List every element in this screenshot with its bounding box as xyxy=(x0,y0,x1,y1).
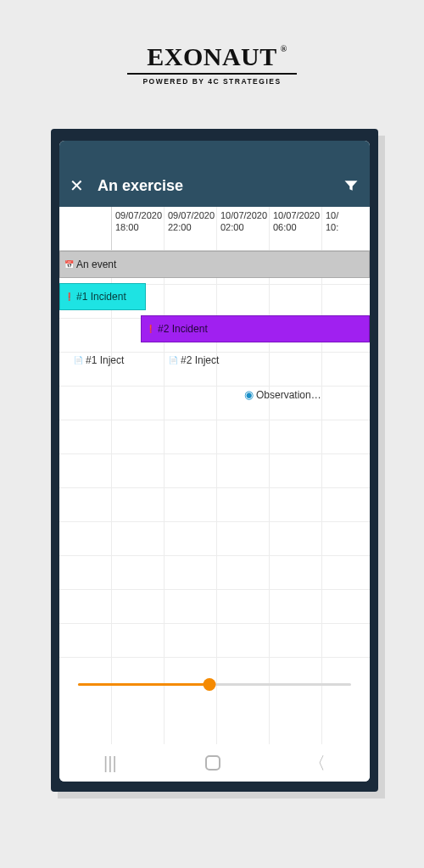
observation-label: Observation… xyxy=(256,389,321,401)
page-title: An exercise xyxy=(98,177,329,195)
event-label: An event xyxy=(76,259,116,270)
incident-label: #1 Incident xyxy=(76,291,126,303)
alert-icon: ❗ xyxy=(145,324,155,334)
calendar-icon: 📅 xyxy=(64,259,74,270)
eye-icon: ◉ xyxy=(244,388,254,401)
timeline-bar-event[interactable]: 📅 An event xyxy=(59,251,370,278)
inject-label: #1 Inject xyxy=(86,354,124,366)
recents-button[interactable]: ||| xyxy=(103,754,117,773)
timeline-header: 09/07/202018:00 09/07/202022:00 10/07/20… xyxy=(59,207,370,251)
time-col: 10/07/202002:00 xyxy=(217,207,270,250)
timeline-item-observation[interactable]: ◉ Observation… xyxy=(244,388,321,401)
screen: ✕ An exercise 09/07/202018:00 09/07/2020… xyxy=(59,141,370,782)
doc-icon: 📄 xyxy=(73,355,83,365)
brand-rule xyxy=(127,73,297,75)
filter-icon[interactable] xyxy=(343,177,360,194)
timeline-grid[interactable]: 📅 An event ❗ #1 Incident ❗ #2 Incident 📄… xyxy=(59,251,370,744)
status-bar xyxy=(59,141,370,164)
timeline-item-inject-1[interactable]: 📄 #1 Inject xyxy=(73,354,124,366)
timeline-item-inject-2[interactable]: 📄 #2 Inject xyxy=(168,354,219,366)
doc-icon: 📄 xyxy=(168,355,178,365)
time-col: 09/07/202022:00 xyxy=(165,207,217,250)
home-button[interactable] xyxy=(205,755,220,771)
timeline-bar-incident-2[interactable]: ❗ #2 Incident xyxy=(141,315,370,342)
brand-header: EXONAUT® POWERED BY 4C STRATEGIES xyxy=(0,0,424,103)
close-icon[interactable]: ✕ xyxy=(70,177,84,194)
android-nav-bar: ||| 〈 xyxy=(59,744,370,782)
inject-label: #2 Inject xyxy=(181,354,219,366)
back-button[interactable]: 〈 xyxy=(309,752,326,775)
time-col: 10/10: xyxy=(322,207,370,250)
time-col: 09/07/202018:00 xyxy=(112,207,165,250)
incident-label: #2 Incident xyxy=(158,323,208,335)
brand-name: EXONAUT® xyxy=(147,42,277,71)
brand-tagline: POWERED BY 4C STRATEGIES xyxy=(0,77,424,86)
timeline-bar-incident-1[interactable]: ❗ #1 Incident xyxy=(59,283,146,310)
device-frame: ✕ An exercise 09/07/202018:00 09/07/2020… xyxy=(51,129,378,792)
alert-icon: ❗ xyxy=(64,292,74,302)
time-col: 10/07/202006:00 xyxy=(270,207,322,250)
timeline-slider[interactable] xyxy=(78,676,351,693)
app-bar: ✕ An exercise xyxy=(59,164,370,207)
